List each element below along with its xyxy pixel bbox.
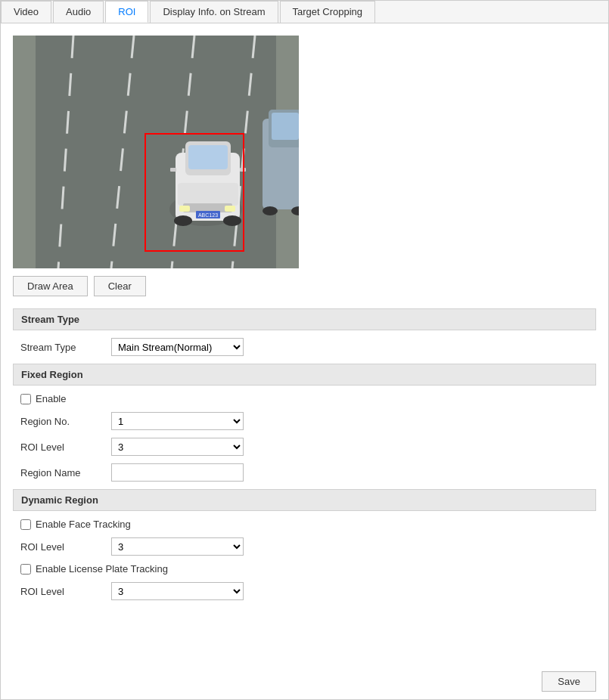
roi-level-fixed-row: ROI Level 123 456: [13, 438, 596, 456]
region-no-select[interactable]: 1234 5678: [111, 412, 244, 430]
tab-target-cropping[interactable]: Target Cropping: [280, 1, 376, 23]
enable-label[interactable]: Enable: [36, 393, 66, 404]
region-name-input[interactable]: [111, 463, 244, 482]
svg-rect-16: [225, 206, 235, 212]
tab-roi[interactable]: ROI: [105, 1, 148, 23]
fixed-region-header: Fixed Region: [13, 364, 596, 386]
tab-bar: Video Audio ROI Display Info. on Stream …: [1, 1, 608, 23]
stream-type-select[interactable]: Main Stream(Normal) Sub Stream Third Str…: [111, 338, 244, 356]
stream-type-header: Stream Type: [13, 308, 596, 330]
svg-rect-15: [179, 206, 190, 212]
svg-rect-12: [188, 145, 228, 169]
roi-level-fixed-label: ROI Level: [20, 441, 111, 453]
enable-license-plate-checkbox[interactable]: [20, 564, 31, 575]
plate-roi-level-label: ROI Level: [20, 586, 111, 597]
roi-level-fixed-control: 123 456: [111, 438, 244, 456]
clear-button[interactable]: Clear: [94, 276, 146, 296]
region-no-label: Region No.: [20, 416, 111, 427]
svg-text:ABC123: ABC123: [198, 212, 218, 218]
footer: Save: [542, 671, 596, 692]
action-buttons: Draw Area Clear: [13, 276, 596, 296]
plate-roi-level-select[interactable]: 123 456: [111, 582, 244, 600]
region-no-row: Region No. 1234 5678: [13, 412, 596, 430]
face-roi-level-control: 123 456: [111, 537, 244, 556]
tab-audio[interactable]: Audio: [53, 1, 104, 23]
enable-license-plate-label[interactable]: Enable License Plate Tracking: [36, 563, 168, 575]
region-no-control: 1234 5678: [111, 412, 244, 430]
enable-row: Enable: [13, 393, 596, 404]
face-roi-level-select[interactable]: 123 456: [111, 537, 244, 556]
plate-roi-level-row: ROI Level 123 456: [13, 582, 596, 600]
face-roi-level-row: ROI Level 123 456: [13, 537, 596, 556]
fixed-region-section: Fixed Region Enable Region No. 1234 5678…: [13, 364, 596, 482]
plate-roi-level-control: 123 456: [111, 582, 244, 600]
svg-point-26: [263, 206, 278, 215]
region-name-label: Region Name: [20, 467, 111, 479]
svg-rect-2: [36, 36, 278, 268]
svg-rect-7: [13, 36, 36, 268]
draw-area-button[interactable]: Draw Area: [13, 276, 88, 296]
face-roi-level-label: ROI Level: [20, 541, 111, 553]
enable-face-tracking-label[interactable]: Enable Face Tracking: [36, 519, 131, 530]
enable-face-tracking-row: Enable Face Tracking: [13, 519, 596, 530]
dynamic-region-section: Dynamic Region Enable Face Tracking ROI …: [13, 489, 596, 600]
stream-type-row: Stream Type Main Stream(Normal) Sub Stre…: [13, 338, 596, 356]
svg-rect-21: [170, 168, 176, 172]
roi-level-fixed-select[interactable]: 123 456: [111, 438, 244, 456]
stream-type-section: Stream Type Stream Type Main Stream(Norm…: [13, 308, 596, 356]
stream-type-control: Main Stream(Normal) Sub Stream Third Str…: [111, 338, 244, 356]
region-name-control: [111, 463, 244, 482]
svg-point-19: [174, 215, 192, 226]
tab-video[interactable]: Video: [1, 1, 51, 23]
tab-display-info[interactable]: Display Info. on Stream: [150, 1, 278, 23]
svg-rect-13: [178, 183, 238, 206]
svg-point-20: [223, 215, 241, 226]
stream-type-label: Stream Type: [20, 342, 111, 353]
enable-checkbox[interactable]: [20, 394, 31, 404]
dynamic-region-header: Dynamic Region: [13, 489, 596, 511]
enable-face-tracking-checkbox[interactable]: [20, 519, 31, 530]
region-name-row: Region Name: [13, 463, 596, 482]
enable-license-plate-row: Enable License Plate Tracking: [13, 563, 596, 575]
camera-preview: ABC123: [13, 36, 299, 268]
save-button[interactable]: Save: [542, 671, 596, 692]
svg-rect-25: [272, 113, 299, 140]
